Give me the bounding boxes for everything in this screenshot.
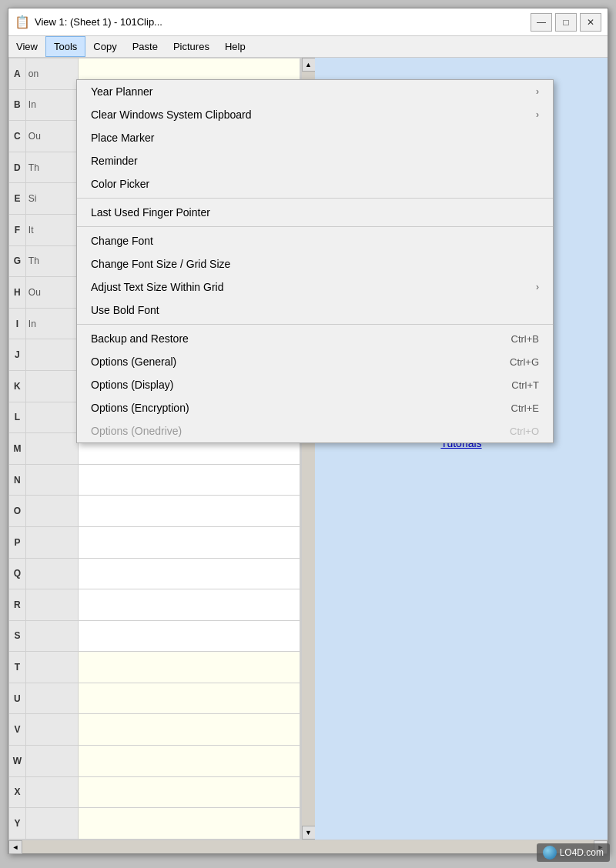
row-data[interactable] xyxy=(78,683,300,714)
menu-tools[interactable]: Tools xyxy=(45,36,85,57)
row-header[interactable]: Si xyxy=(25,183,78,215)
menu-item-color-picker[interactable]: Color Picker xyxy=(77,172,553,195)
row-letter: B xyxy=(9,89,26,121)
maximize-button[interactable]: □ xyxy=(555,13,577,32)
row-letter: U xyxy=(9,683,26,714)
row-header[interactable] xyxy=(25,776,78,808)
row-data[interactable] xyxy=(78,746,300,777)
row-letter: N xyxy=(9,464,26,496)
row-header[interactable] xyxy=(25,464,78,496)
row-data[interactable] xyxy=(78,714,300,746)
row-letter: K xyxy=(9,370,26,402)
window-controls: — □ ✕ xyxy=(531,13,601,32)
row-header[interactable] xyxy=(25,496,78,527)
table-row: W xyxy=(9,746,300,777)
h-scroll-track[interactable] xyxy=(22,840,594,853)
menu-item-place-marker[interactable]: Place Marker xyxy=(77,126,553,149)
menu-item-adjust-text-size[interactable]: Adjust Text Size Within Grid› xyxy=(77,275,553,299)
row-header[interactable] xyxy=(25,558,78,589)
menu-item-label: Options (Onedrive) xyxy=(91,425,182,437)
tools-dropdown-menu: Year Planner›Clear Windows System Clipbo… xyxy=(76,79,554,443)
menu-paste[interactable]: Paste xyxy=(125,36,166,57)
menu-pictures[interactable]: Pictures xyxy=(166,36,217,57)
row-header[interactable]: In xyxy=(25,308,78,339)
menu-item-options-display[interactable]: Options (Display)Ctrl+T xyxy=(77,373,553,396)
row-header[interactable] xyxy=(25,652,78,683)
minimize-button[interactable]: — xyxy=(531,13,552,32)
menu-item-clear-clipboard[interactable]: Clear Windows System Clipboard› xyxy=(77,103,553,126)
row-header[interactable]: Th xyxy=(25,245,78,277)
row-letter: D xyxy=(9,152,26,183)
row-letter: J xyxy=(9,339,26,371)
menu-item-backup-restore[interactable]: Backup and RestoreCtrl+B xyxy=(77,327,553,350)
row-header[interactable] xyxy=(25,808,78,840)
menu-help[interactable]: Help xyxy=(217,36,253,57)
row-header[interactable] xyxy=(25,714,78,746)
menu-item-reminder[interactable]: Reminder xyxy=(77,149,553,172)
row-header[interactable] xyxy=(25,433,78,465)
horizontal-scrollbar: ◄ ► xyxy=(8,840,608,853)
row-header[interactable] xyxy=(25,683,78,714)
row-header[interactable] xyxy=(25,746,78,777)
globe-icon xyxy=(543,846,557,860)
row-header[interactable]: In xyxy=(25,89,78,121)
row-header[interactable]: It xyxy=(25,214,78,245)
menu-copy[interactable]: Copy xyxy=(85,36,124,57)
row-header[interactable] xyxy=(25,370,78,402)
row-header[interactable] xyxy=(25,402,78,433)
row-header[interactable] xyxy=(25,339,78,371)
table-row: Y xyxy=(9,808,300,840)
shortcut-label: Ctrl+G xyxy=(510,356,539,368)
row-letter: V xyxy=(9,714,26,746)
watermark-text: LO4D.com xyxy=(560,847,604,858)
row-data[interactable] xyxy=(78,652,300,683)
row-header[interactable] xyxy=(25,589,78,621)
close-button[interactable]: ✕ xyxy=(580,13,601,32)
row-header[interactable]: on xyxy=(25,58,78,90)
row-data[interactable] xyxy=(78,558,300,589)
menu-item-year-planner[interactable]: Year Planner› xyxy=(77,80,553,103)
menu-item-label: Change Font xyxy=(91,235,153,247)
row-data[interactable] xyxy=(78,526,300,558)
scroll-left-button[interactable]: ◄ xyxy=(8,840,22,854)
row-letter: A xyxy=(9,58,26,90)
row-letter: H xyxy=(9,277,26,309)
scroll-down-button[interactable]: ▼ xyxy=(302,826,316,840)
shortcut-label: Ctrl+B xyxy=(511,333,539,345)
table-row: N xyxy=(9,464,300,496)
menu-item-last-finger[interactable]: Last Used Finger Pointer xyxy=(77,201,553,224)
menu-item-label: Reminder xyxy=(91,155,138,167)
app-icon: 📋 xyxy=(15,15,30,30)
row-letter: O xyxy=(9,496,26,527)
submenu-arrow-icon: › xyxy=(536,109,539,120)
shortcut-label: Ctrl+E xyxy=(511,402,539,414)
row-data[interactable] xyxy=(78,620,300,652)
row-header[interactable]: Ou xyxy=(25,277,78,309)
table-row: U xyxy=(9,683,300,714)
row-data[interactable] xyxy=(78,808,300,840)
menu-item-options-general[interactable]: Options (General)Ctrl+G xyxy=(77,350,553,373)
row-header[interactable] xyxy=(25,526,78,558)
row-data[interactable] xyxy=(78,496,300,527)
row-letter: W xyxy=(9,746,26,777)
table-row: P xyxy=(9,526,300,558)
scroll-up-button[interactable]: ▲ xyxy=(302,58,316,72)
menu-item-label: Backup and Restore xyxy=(91,332,189,345)
menu-item-options-onedrive: Options (Onedrive)Ctrl+O xyxy=(77,419,553,442)
menu-view[interactable]: View xyxy=(8,36,45,57)
row-header[interactable] xyxy=(25,620,78,652)
row-header[interactable]: Ou xyxy=(25,121,78,152)
menu-item-bold-font[interactable]: Use Bold Font xyxy=(77,299,553,322)
shortcut-label: Ctrl+T xyxy=(511,379,539,391)
row-data[interactable] xyxy=(78,589,300,621)
table-row: T xyxy=(9,652,300,683)
row-header[interactable]: Th xyxy=(25,152,78,183)
menu-item-change-font-size[interactable]: Change Font Size / Grid Size xyxy=(77,252,553,275)
row-data[interactable] xyxy=(78,464,300,496)
row-data[interactable] xyxy=(78,776,300,808)
row-letter: G xyxy=(9,245,26,277)
menu-item-options-encryption[interactable]: Options (Encryption)Ctrl+E xyxy=(77,396,553,419)
menu-item-change-font[interactable]: Change Font xyxy=(77,229,553,252)
table-row: Q xyxy=(9,558,300,589)
row-letter: S xyxy=(9,620,26,652)
